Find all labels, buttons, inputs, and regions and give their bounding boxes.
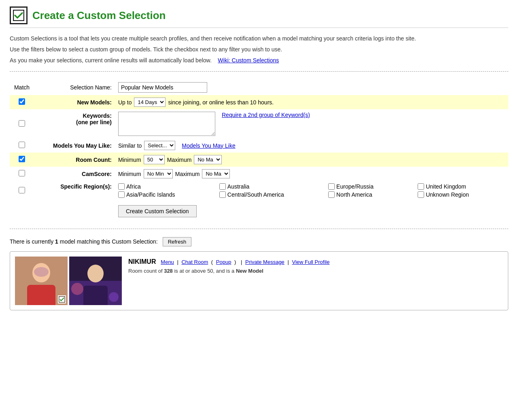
page-title: Create a Custom Selection bbox=[32, 9, 166, 22]
camscore-min-select[interactable]: No Min 500 1000 2000 bbox=[144, 169, 173, 178]
region-uk: United Kingdom bbox=[418, 183, 505, 190]
thumb-overlay-1 bbox=[58, 295, 66, 303]
region-africa-checkbox[interactable] bbox=[118, 183, 125, 190]
header-icon bbox=[10, 6, 28, 24]
svg-point-4 bbox=[34, 267, 49, 277]
model-thumb-1 bbox=[15, 257, 68, 305]
keywords-row: Keywords:(one per line) Require a 2nd gr… bbox=[10, 109, 508, 138]
model-thumb-2 bbox=[69, 257, 122, 305]
keywords-checkbox[interactable] bbox=[19, 120, 25, 127]
model-new-model-badge: New Model bbox=[236, 268, 263, 274]
may-like-row: Models You May Like: Similar to Select..… bbox=[10, 138, 508, 153]
filter-table: Match Selection Name: New Models: bbox=[10, 80, 508, 221]
region-central-south-america-checkbox[interactable] bbox=[219, 191, 226, 198]
svg-point-8 bbox=[87, 265, 104, 282]
results-section: There is currently 1 model matching this… bbox=[10, 237, 508, 310]
room-count-checkbox[interactable] bbox=[19, 156, 25, 162]
model-card: NIKIMUR Menu | Chat Room ( Popup ) | Pri… bbox=[10, 251, 508, 310]
model-images bbox=[15, 257, 122, 305]
region-africa: Africa bbox=[118, 183, 211, 190]
camscore-label: CamScore: bbox=[82, 171, 112, 177]
new-models-checkbox[interactable] bbox=[19, 98, 25, 105]
model-description: Room count of 328 is at or above 50, and… bbox=[128, 268, 503, 274]
model-pm-link[interactable]: Private Message bbox=[245, 259, 284, 265]
description-section: Custom Selections is a tool that lets yo… bbox=[10, 34, 508, 65]
svg-point-11 bbox=[109, 292, 119, 302]
region-asia-checkbox[interactable] bbox=[118, 191, 125, 198]
divider-top bbox=[10, 71, 508, 72]
desc-line1: Custom Selections is a tool that lets yo… bbox=[10, 34, 508, 43]
keywords-label: Keywords:(one per line) bbox=[76, 112, 112, 125]
region-asia: Asia/Pacific Islands bbox=[118, 191, 211, 198]
regions-row: Specific Region(s): Africa Australia bbox=[10, 181, 508, 200]
regions-label: Specific Region(s): bbox=[60, 183, 112, 190]
create-custom-selection-button[interactable]: Create Custom Selection bbox=[118, 205, 197, 217]
desc-line2: Use the filters below to select a custom… bbox=[10, 45, 508, 54]
may-like-label: Models You May Like: bbox=[53, 142, 112, 149]
region-unknown: Unknown Region bbox=[418, 191, 505, 198]
region-north-america: North America bbox=[328, 191, 410, 198]
new-models-content: Up to 14 Days 1 Day 3 Days 7 Days 30 Day… bbox=[118, 98, 505, 107]
match-header: Match bbox=[14, 84, 30, 91]
model-profile-link[interactable]: View Full Profile bbox=[292, 259, 329, 265]
require-keywords-link[interactable]: Require a 2nd group of Keyword(s) bbox=[222, 112, 310, 118]
model-links: Menu | Chat Room ( Popup ) | Private Mes… bbox=[161, 259, 329, 265]
results-count: 1 bbox=[55, 238, 58, 245]
model-header: NIKIMUR Menu | Chat Room ( Popup ) | Pri… bbox=[128, 258, 503, 265]
new-models-row: New Models: Up to 14 Days 1 Day 3 Days 7… bbox=[10, 95, 508, 109]
results-text: There is currently 1 model matching this… bbox=[10, 237, 508, 246]
room-count-row: Room Count: Minimum 50 0 10 25 100 Maxim… bbox=[10, 153, 508, 167]
room-count-min-select[interactable]: 50 0 10 25 100 bbox=[144, 155, 165, 164]
camscore-content: Minimum No Min 500 1000 2000 Maximum No … bbox=[118, 169, 505, 178]
selection-name-input[interactable] bbox=[118, 82, 207, 93]
wiki-link[interactable]: Wiki: Custom Selections bbox=[218, 57, 279, 64]
region-uk-checkbox[interactable] bbox=[418, 183, 424, 190]
desc-line3: As you make your selections, current onl… bbox=[10, 56, 508, 65]
model-name: NIKIMUR bbox=[128, 258, 156, 265]
may-like-content: Similar to Select... Models You May Like bbox=[118, 141, 505, 150]
region-unknown-checkbox[interactable] bbox=[418, 191, 424, 198]
camscore-row: CamScore: Minimum No Min 500 1000 2000 M… bbox=[10, 167, 508, 181]
keywords-textarea[interactable] bbox=[118, 112, 215, 136]
form-section: Match Selection Name: New Models: bbox=[10, 80, 508, 221]
region-europe: Europe/Russia bbox=[328, 183, 410, 190]
model-room-count: 328 bbox=[164, 268, 173, 274]
regions-grid: Africa Australia Europe/Russia Unit bbox=[118, 183, 505, 198]
selection-name-label: Selection Name: bbox=[70, 84, 112, 91]
room-count-max-select[interactable]: No Ma 100 500 1000 bbox=[194, 155, 222, 164]
region-north-america-checkbox[interactable] bbox=[328, 191, 335, 198]
new-models-label: New Models: bbox=[77, 99, 112, 106]
region-central-south-america: Central/South America bbox=[219, 191, 320, 198]
camscore-checkbox[interactable] bbox=[19, 170, 25, 176]
model-chatroom-link[interactable]: Chat Room bbox=[181, 259, 208, 265]
page-header: Create a Custom Selection bbox=[10, 6, 508, 28]
region-australia-checkbox[interactable] bbox=[219, 183, 226, 190]
region-europe-checkbox[interactable] bbox=[328, 183, 335, 190]
region-australia: Australia bbox=[219, 183, 320, 190]
camscore-max-select[interactable]: No Ma 1000 2000 3000 bbox=[202, 169, 230, 178]
room-count-content: Minimum 50 0 10 25 100 Maximum No Ma 100 bbox=[118, 155, 505, 164]
room-count-label: Room Count: bbox=[76, 157, 112, 163]
divider-bottom bbox=[10, 229, 508, 229]
svg-point-10 bbox=[71, 283, 83, 295]
model-menu-link[interactable]: Menu bbox=[161, 259, 174, 265]
refresh-button[interactable]: Refresh bbox=[163, 237, 192, 246]
svg-rect-9 bbox=[83, 286, 108, 305]
may-like-checkbox[interactable] bbox=[19, 142, 25, 148]
model-info: NIKIMUR Menu | Chat Room ( Popup ) | Pri… bbox=[128, 257, 503, 274]
svg-rect-3 bbox=[27, 285, 55, 305]
regions-checkbox[interactable] bbox=[19, 187, 25, 193]
may-like-select[interactable]: Select... bbox=[144, 141, 175, 150]
create-button-row: Create Custom Selection bbox=[10, 200, 508, 221]
keywords-content: Require a 2nd group of Keyword(s) bbox=[118, 112, 505, 136]
new-models-days-select[interactable]: 14 Days 1 Day 3 Days 7 Days 30 Days bbox=[134, 98, 166, 107]
may-like-link[interactable]: Models You May Like bbox=[182, 142, 235, 149]
header-row: Match Selection Name: bbox=[10, 80, 508, 95]
model-popup-link[interactable]: Popup bbox=[216, 259, 231, 265]
